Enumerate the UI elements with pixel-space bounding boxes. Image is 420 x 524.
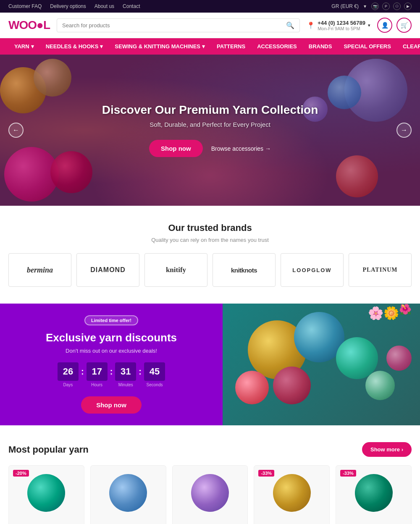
top-bar-right: GR (EUR €) ▾ 📷 P ⚇ ▶ [331, 3, 412, 10]
header-icons: 👤 🛒 [377, 18, 412, 33]
hero-title: Discover Our Premium Yarn Collection [102, 103, 318, 117]
topbar-delivery[interactable]: Delivery options [50, 3, 86, 9]
nav-sewing[interactable]: SEWING & KNITTING MACHINES ▾ [109, 38, 211, 55]
brand-platinum[interactable]: PLATINUM [349, 253, 412, 287]
topbar-faq[interactable]: Customer FAQ [8, 3, 42, 9]
phone-block: 📍 +44 (0) 1234 56789 Mon-Fri 9AM to 5PM … [307, 20, 370, 31]
nav-yarn[interactable]: YARN ▾ [8, 38, 40, 55]
nav-special-offers[interactable]: SPECIAL OFFERS [338, 38, 396, 55]
discount-section: Limited time offer! Exclusive yarn disco… [0, 304, 420, 425]
hero-content: Discover Our Premium Yarn Collection Sof… [102, 103, 318, 157]
countdown-sep-1: : [81, 367, 84, 377]
yarn-ball-gold [273, 474, 311, 512]
yarn-ball-teal [27, 474, 65, 512]
countdown-seconds: 45 Seconds [144, 362, 165, 387]
youtube-icon[interactable]: ▶ [404, 3, 412, 10]
discount-subtitle: Don't miss out on our exclusive deals! [66, 348, 157, 354]
product-card-2[interactable] [90, 465, 166, 524]
limited-offer-badge: Limited time offer! [84, 315, 138, 325]
countdown-days-label: Days [63, 383, 73, 387]
countdown-seconds-value: 45 [144, 362, 165, 381]
search-icon[interactable]: 🔍 [286, 21, 294, 29]
product-card-4[interactable]: -33% [254, 465, 330, 524]
product-badge-4: -33% [258, 470, 274, 477]
search-input[interactable] [62, 22, 283, 29]
discount-left-panel: Limited time offer! Exclusive yarn disco… [0, 304, 223, 425]
countdown-days-value: 26 [58, 362, 79, 381]
brands-section: Our trusted brands Quality you can rely … [0, 206, 420, 299]
nav-patterns[interactable]: PATTERNS [211, 38, 251, 55]
product-card-5[interactable]: -33% [336, 465, 412, 524]
yarn-ball-blue [109, 474, 147, 512]
instagram-icon[interactable]: 📷 [371, 3, 379, 10]
nav-left: YARN ▾ NEEDLES & HOOKS ▾ SEWING & KNITTI… [8, 38, 303, 55]
countdown-hours: 17 Hours [87, 362, 108, 387]
region-selector[interactable]: GR (EUR €) [331, 3, 359, 9]
popular-section: Most popular yarn Show more › -20% -33% [0, 430, 420, 524]
discount-image: 🌸🌼 🌺 [223, 304, 420, 425]
pinterest-icon[interactable]: P [382, 3, 390, 10]
top-bar: Customer FAQ Delivery options About us C… [0, 0, 420, 13]
show-more-button[interactable]: Show more › [362, 442, 412, 457]
brand-bermina[interactable]: bermina [8, 253, 71, 287]
site-logo[interactable]: WOO●L [8, 18, 50, 32]
popular-header: Most popular yarn Show more › [8, 442, 412, 457]
product-image-3 [173, 466, 248, 520]
countdown-minutes: 31 Minutes [115, 362, 136, 387]
flower-deco: 🌸🌼 [368, 306, 399, 320]
product-badge-5: -33% [340, 470, 356, 477]
topbar-about[interactable]: About us [94, 3, 114, 9]
product-card-1[interactable]: -20% [8, 465, 84, 524]
hero-next-button[interactable]: → [396, 123, 412, 138]
nav-needles[interactable]: NEEDLES & HOOKS ▾ [40, 38, 109, 55]
brand-diamond[interactable]: DIAMOND [76, 253, 139, 287]
popular-products-grid: -20% -33% -33% [8, 465, 412, 524]
yarn-ball-dark-teal [355, 474, 393, 512]
flower-deco-2: 🌺 [399, 304, 412, 315]
countdown-seconds-label: Seconds [147, 383, 163, 387]
topbar-contact[interactable]: Contact [123, 3, 140, 9]
header: WOO●L 🔍 📍 +44 (0) 1234 56789 Mon-Fri 9AM… [0, 13, 420, 38]
countdown-hours-value: 17 [87, 362, 108, 381]
phone-hours: Mon-Fri 9AM to 5PM [318, 26, 365, 31]
hero-buttons: Shop now Browse accessories → [102, 140, 318, 157]
search-bar: 🔍 [57, 18, 300, 32]
discount-right-panel: 🌸🌼 🌺 [223, 304, 420, 425]
nav-brands[interactable]: BRANDS [303, 38, 338, 55]
brands-title: Our trusted brands [8, 223, 412, 233]
hero-shop-now-button[interactable]: Shop now [149, 140, 203, 157]
popular-section-title: Most popular yarn [8, 444, 89, 455]
top-bar-links: Customer FAQ Delivery options About us C… [8, 3, 140, 9]
countdown-minutes-value: 31 [115, 362, 136, 381]
product-badge-1: -20% [13, 470, 29, 477]
product-image-2 [91, 466, 166, 520]
yarn-ball-lavender [191, 474, 229, 512]
cart-icon[interactable]: 🛒 [396, 18, 412, 33]
brand-loopglow[interactable]: LOOPGLOW [281, 253, 344, 287]
nav-right: BRANDS SPECIAL OFFERS CLEARANCE [303, 38, 420, 55]
discount-shop-now-button[interactable]: Shop now [81, 396, 142, 414]
hero-prev-button[interactable]: ← [8, 123, 24, 138]
countdown-hours-label: Hours [91, 383, 102, 387]
social-icons: 📷 P ⚇ ▶ [371, 3, 412, 10]
phone-number[interactable]: +44 (0) 1234 56789 [318, 20, 365, 26]
countdown-minutes-label: Minutes [118, 383, 133, 387]
countdown-sep-3: : [139, 367, 142, 377]
location-icon: 📍 [307, 21, 315, 29]
discount-title: Exclusive yarn discounts [46, 331, 177, 344]
brand-knitify[interactable]: knitify [144, 253, 207, 287]
brands-subtitle: Quality you can rely on from the names y… [8, 237, 412, 243]
brands-grid: bermina DIAMOND knitify knitknots LOOPGL… [8, 253, 412, 287]
countdown-timer: 26 Days : 17 Hours : 31 Minutes : 45 Sec… [58, 362, 165, 387]
product-card-3[interactable] [172, 465, 248, 524]
countdown-sep-2: : [110, 367, 113, 377]
main-nav: YARN ▾ NEEDLES & HOOKS ▾ SEWING & KNITTI… [0, 38, 420, 55]
nav-clearance[interactable]: CLEARANCE [397, 38, 420, 55]
brand-knitknots[interactable]: knitknots [213, 253, 276, 287]
hero-subtitle: Soft, Durable, and Perfect for Every Pro… [102, 121, 318, 128]
nav-accessories[interactable]: ACCESSORIES [251, 38, 303, 55]
account-icon[interactable]: 👤 [377, 18, 392, 33]
countdown-days: 26 Days [58, 362, 79, 387]
link-icon[interactable]: ⚇ [393, 3, 401, 10]
hero-browse-accessories-link[interactable]: Browse accessories → [211, 145, 271, 152]
